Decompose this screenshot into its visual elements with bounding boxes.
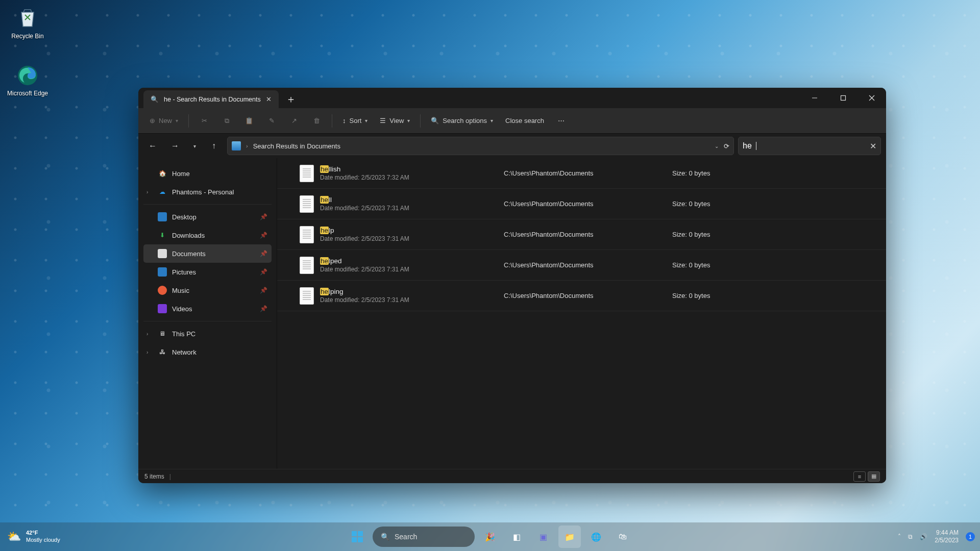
details-view-button[interactable]: ≡ (853, 471, 866, 482)
cut-button[interactable]: ✂ (194, 112, 214, 130)
edge-icon (15, 63, 40, 88)
nav-label: Phantoms - Personal (172, 188, 234, 196)
nav-network[interactable]: › 🖧 Network (143, 343, 272, 361)
delete-button[interactable]: 🗑 (306, 112, 327, 130)
tab-close-icon[interactable]: ✕ (266, 95, 272, 103)
search-options-label: Search options (443, 117, 487, 124)
separator: | (169, 473, 171, 480)
desktop-recycle-bin[interactable]: Recycle Bin (5, 6, 50, 40)
nav-desktop[interactable]: Desktop 📌 (143, 208, 272, 226)
view-button[interactable]: ☰ View ▾ (375, 112, 415, 130)
new-button[interactable]: ⊕ New ▾ (144, 112, 183, 130)
taskbar-search[interactable]: 🔍 Search (373, 527, 475, 547)
titlebar: 🔍 he - Search Results in Documents ✕ ＋ (138, 88, 886, 108)
tiles-view-button[interactable]: ▦ (868, 471, 880, 482)
more-icon: ⋯ (558, 117, 565, 124)
weather-icon: ⛅ (7, 530, 21, 543)
notification-badge[interactable]: 1 (966, 532, 975, 541)
nav-label: Desktop (172, 213, 197, 221)
arrow-left-icon: ← (149, 141, 157, 151)
task-view-button[interactable]: ◧ (505, 525, 528, 548)
chevron-right-icon[interactable]: › (146, 331, 148, 337)
breadcrumb[interactable]: Search Results in Documents (253, 142, 340, 150)
windows-icon (351, 530, 364, 543)
address-bar[interactable]: › Search Results in Documents ⌄ ⟳ (227, 137, 734, 155)
taskbar-widget-icon[interactable]: 🎉 (479, 525, 501, 548)
edge-icon: 🌐 (591, 532, 601, 542)
chevron-right-icon[interactable]: › (146, 189, 148, 195)
result-row[interactable]: hellishDate modified: 2/5/2023 7:32 AMC:… (277, 158, 886, 189)
separator (420, 114, 421, 128)
file-modified: Date modified: 2/5/2023 7:32 AM (320, 174, 504, 181)
minimize-button[interactable] (800, 88, 829, 108)
separator (332, 114, 332, 128)
tab-active[interactable]: 🔍 he - Search Results in Documents ✕ (143, 90, 279, 108)
taskbar-chat[interactable]: ▣ (532, 525, 554, 548)
search-query: he (743, 141, 752, 151)
result-row[interactable]: hellDate modified: 2/5/2023 7:31 AMC:\Us… (277, 189, 886, 219)
chevron-down-icon[interactable]: ⌄ (715, 143, 719, 149)
result-row[interactable]: helpDate modified: 2/5/2023 7:31 AMC:\Us… (277, 219, 886, 250)
taskbar-edge[interactable]: 🌐 (585, 525, 607, 548)
pc-icon: 🖥 (158, 329, 167, 338)
nav-home[interactable]: 🏠 Home (143, 164, 272, 183)
search-box[interactable]: he ✕ (738, 137, 881, 155)
new-tab-button[interactable]: ＋ (282, 90, 300, 108)
toolbar: ⊕ New ▾ ✂ ⧉ 📋 ✎ ↗ 🗑 ↕ Sort ▾ ☰ View ▾ 🔍 … (138, 108, 886, 134)
back-button[interactable]: ← (143, 137, 162, 155)
recent-button[interactable]: ▾ (188, 137, 201, 155)
nav-label: Home (172, 170, 190, 178)
arrow-up-icon: ↑ (212, 141, 216, 151)
copy-button[interactable]: ⧉ (216, 112, 237, 130)
taskbar-file-explorer[interactable]: 📁 (558, 525, 581, 548)
weather-widget[interactable]: ⛅ 42°F Mostly cloudy (7, 530, 60, 544)
search-options-button[interactable]: 🔍 Search options ▾ (426, 112, 498, 130)
tray-chevron-icon[interactable]: ˄ (898, 533, 901, 540)
nav-downloads[interactable]: ⬇ Downloads 📌 (143, 226, 272, 244)
close-window-button[interactable] (857, 88, 886, 108)
colorful-icon: 🎉 (485, 532, 495, 542)
desktop-icon-label: Microsoft Edge (5, 90, 50, 97)
nav-music[interactable]: Music 📌 (143, 281, 272, 299)
close-search-button[interactable]: Close search (500, 112, 549, 130)
chevron-right-icon[interactable]: › (146, 349, 148, 355)
up-button[interactable]: ↑ (205, 137, 223, 155)
network-icon: 🖧 (158, 347, 167, 357)
pin-icon: 📌 (260, 287, 267, 294)
desktop-edge[interactable]: Microsoft Edge (5, 63, 50, 97)
maximize-button[interactable] (829, 88, 857, 108)
home-icon: 🏠 (158, 169, 167, 178)
taskbar-store[interactable]: 🛍 (611, 525, 634, 548)
nav-documents[interactable]: Documents 📌 (143, 244, 272, 263)
nav-pictures[interactable]: Pictures 📌 (143, 263, 272, 281)
result-row[interactable]: helpingDate modified: 2/5/2023 7:31 AMC:… (277, 281, 886, 311)
sort-button[interactable]: ↕ Sort ▾ (337, 112, 373, 130)
more-button[interactable]: ⋯ (551, 112, 572, 130)
nav-onedrive[interactable]: › ☁ Phantoms - Personal (143, 183, 272, 201)
share-button[interactable]: ↗ (284, 112, 304, 130)
paste-button[interactable]: 📋 (239, 112, 259, 130)
chevron-down-icon: ▾ (365, 118, 368, 123)
taskbar-clock[interactable]: 9:44 AM 2/5/2023 (935, 529, 959, 544)
svg-rect-6 (358, 531, 363, 536)
start-button[interactable] (346, 525, 369, 548)
download-icon: ⬇ (158, 231, 167, 240)
result-row[interactable]: helpedDate modified: 2/5/2023 7:31 AMC:\… (277, 250, 886, 281)
volume-icon[interactable]: 🔊 (920, 533, 927, 540)
weather-temp: 42°F (26, 530, 60, 537)
network-icon[interactable]: ⧉ (908, 533, 913, 540)
nav-this-pc[interactable]: › 🖥 This PC (143, 324, 272, 343)
forward-button[interactable]: → (166, 137, 184, 155)
file-path: C:\Users\Phantom\Documents (504, 261, 672, 269)
recycle-bin-icon (15, 6, 40, 31)
tab-title: he - Search Results in Documents (164, 96, 261, 103)
svg-rect-2 (841, 96, 846, 101)
nav-videos[interactable]: Videos 📌 (143, 299, 272, 318)
chevron-down-icon: ▾ (407, 118, 410, 123)
trash-icon: 🗑 (313, 117, 320, 124)
chat-icon: ▣ (540, 532, 547, 542)
clock-time: 9:44 AM (935, 529, 959, 537)
refresh-button[interactable]: ⟳ (724, 142, 729, 150)
clear-search-button[interactable]: ✕ (870, 141, 876, 151)
rename-button[interactable]: ✎ (261, 112, 282, 130)
